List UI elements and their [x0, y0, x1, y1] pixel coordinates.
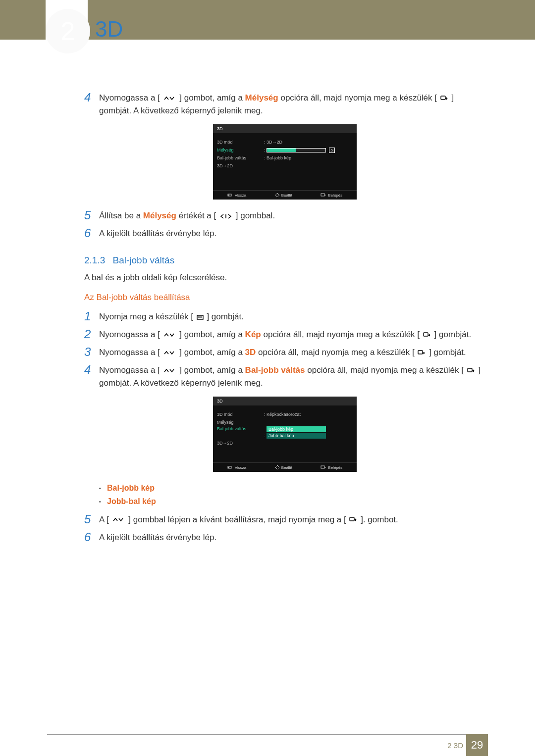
option-list: Bal-jobb kép Jobb-bal kép — [84, 482, 485, 508]
page-title: 3D — [95, 17, 123, 42]
osd-back: Vissza — [227, 193, 246, 198]
highlight: Kép — [245, 330, 261, 339]
enter-icon — [349, 517, 357, 523]
osd-label: Bal-jobb váltás — [217, 155, 264, 160]
section-title: Bal-jobb váltás — [113, 255, 175, 265]
text: ] gombját. — [429, 348, 466, 357]
svg-rect-13 — [350, 517, 354, 521]
step-text: Nyomogassa a [ ] gombot, amíg a Kép opci… — [99, 328, 485, 341]
osd-screenshot-2: 3D 3D mód : Képkockasorozat Mélység Bal-… — [213, 397, 357, 472]
osd-value: : Bal-jobb kép — [264, 155, 291, 160]
text: opcióra áll, majd nyomja meg a készülék … — [258, 348, 415, 357]
highlight: Mélység — [245, 93, 278, 102]
osd-footer: Vissza Beállít Belépés — [213, 190, 357, 200]
osd-label: Mélység — [217, 420, 264, 425]
osd-row: 3D mód : Képkockasorozat — [217, 410, 353, 418]
text: ] gombot, amíg a — [179, 330, 245, 339]
step-number: 5 — [84, 209, 99, 222]
updown-icon — [163, 96, 176, 101]
osd-label-selected: Mélység — [217, 148, 264, 152]
osd-row: Mélység : 5 — [217, 146, 353, 154]
step-6b: 6 A kijelölt beállítás érvénybe lép. — [84, 531, 485, 544]
svg-rect-8 — [418, 351, 423, 354]
step-text: A kijelölt beállítás érvénybe lép. — [99, 227, 485, 240]
step-text: A kijelölt beállítás érvénybe lép. — [99, 531, 485, 544]
osd-title: 3D — [213, 124, 357, 133]
osd-enter: Belépés — [321, 465, 342, 470]
text: Vissza — [235, 465, 246, 470]
step-text: Állítsa be a Mélység értékét a [ ] gombb… — [99, 209, 485, 222]
text: Állítsa be a — [99, 211, 143, 220]
osd-screenshot-1: 3D 3D mód : 3D→2D Mélység : 5 Bal- — [213, 124, 357, 200]
updown-icon — [112, 517, 125, 523]
step-text: Nyomogassa a [ ] gombot, amíg a 3D opció… — [99, 346, 485, 359]
step-number: 4 — [84, 364, 99, 390]
option-text: Bal-jobb kép — [107, 484, 155, 492]
step-5b: 5 A [ ] gombbal lépjen a kívánt beállítá… — [84, 513, 485, 526]
text: Nyomogassa a [ — [99, 93, 160, 102]
step-number: 1 — [84, 310, 99, 323]
updown-icon — [163, 332, 176, 338]
section-heading: 2.1.3 Bal-jobb váltás — [84, 255, 485, 266]
step-5a: 5 Állítsa be a Mélység értékét a [ ] gom… — [84, 209, 485, 222]
enter-icon — [467, 368, 475, 374]
svg-rect-11 — [228, 467, 229, 468]
text: Vissza — [235, 193, 246, 198]
svg-rect-2 — [228, 195, 229, 196]
updown-icon — [163, 350, 176, 356]
osd-row: Bal-jobb váltás : Bal-jobb kép — [217, 154, 353, 162]
step-text: Nyomja meg a készülék [ ] gombját. — [99, 310, 485, 323]
step-2b: 2 Nyomogassa a [ ] gombot, amíg a Kép op… — [84, 328, 485, 341]
osd-value: : Képkockasorozat — [264, 412, 301, 417]
osd-body: 3D mód : 3D→2D Mélység : 5 Bal-jobb vált… — [213, 133, 357, 190]
content: 4 Nyomogassa a [ ] gombot, amíg a Mélysé… — [84, 92, 485, 549]
osd-row: Mélység — [217, 418, 353, 426]
subsection-heading: Az Bal-jobb váltás beállítása — [84, 293, 485, 302]
osd-label: 3D→2D — [217, 163, 264, 168]
text: opcióra áll, majd nyomja meg a készülék … — [307, 365, 464, 375]
step-text: A [ ] gombbal lépjen a kívánt beállításr… — [99, 513, 485, 526]
step-number: 5 — [84, 513, 99, 526]
osd-value: : 5 — [264, 148, 335, 153]
option-text: Jobb-bal kép — [107, 497, 156, 505]
step-1b: 1 Nyomja meg a készülék [ ] gombját. — [84, 310, 485, 323]
text: ] gombját. — [434, 330, 472, 339]
osd-label: 3D mód — [217, 140, 264, 145]
step-number: 4 — [84, 92, 99, 117]
osd-set: Beállít — [275, 193, 292, 198]
osd-row: 3D→2D — [217, 439, 353, 447]
list-item: Bal-jobb kép — [99, 482, 485, 495]
slider-value: 5 — [329, 148, 335, 153]
step-6a: 6 A kijelölt beállítás érvénybe lép. — [84, 227, 485, 240]
osd-row: 3D mód : 3D→2D — [217, 138, 353, 146]
text: Beállít — [281, 465, 292, 470]
step-text: Nyomogassa a [ ] gombot, amíg a Mélység … — [99, 92, 485, 117]
text: ] gombot, amíg a — [179, 348, 245, 357]
text: Nyomogassa a [ — [99, 330, 160, 339]
osd-row: Bal-jobb váltás : Bal-jobb kép Jobb-bal … — [217, 426, 353, 439]
text: értékét a [ — [179, 211, 216, 220]
list-item: Jobb-bal kép — [99, 495, 485, 508]
osd-enter: Belépés — [321, 193, 342, 198]
text: ]. gombot. — [361, 515, 398, 524]
chapter-number: 2 — [61, 16, 75, 46]
svg-rect-3 — [321, 194, 324, 196]
text: ] gombját. — [207, 312, 244, 321]
osd-label-selected: Bal-jobb váltás — [217, 426, 264, 431]
highlight: Bal-jobb váltás — [245, 365, 305, 375]
footer-chapter-label: 2 3D — [447, 741, 463, 750]
section-number: 2.1.3 — [84, 255, 105, 265]
osd-footer: Vissza Beállít Belépés — [213, 462, 357, 472]
leftright-icon — [219, 213, 232, 219]
text: ] gombbal lépjen a kívánt beállításra, m… — [128, 515, 346, 524]
osd-value: : 3D→2D — [264, 140, 282, 145]
step-text: Nyomogassa a [ ] gombot, amíg a Bal-jobb… — [99, 364, 485, 390]
updown-icon — [163, 368, 176, 374]
text: Beállít — [281, 193, 292, 198]
svg-rect-4 — [197, 315, 203, 319]
footer-divider — [47, 734, 488, 735]
text: opcióra áll, majd nyomja meg a készülék … — [280, 93, 437, 102]
osd-set: Beállít — [275, 465, 292, 470]
svg-rect-7 — [424, 333, 428, 336]
text: Nyomja meg a készülék [ — [99, 312, 193, 321]
